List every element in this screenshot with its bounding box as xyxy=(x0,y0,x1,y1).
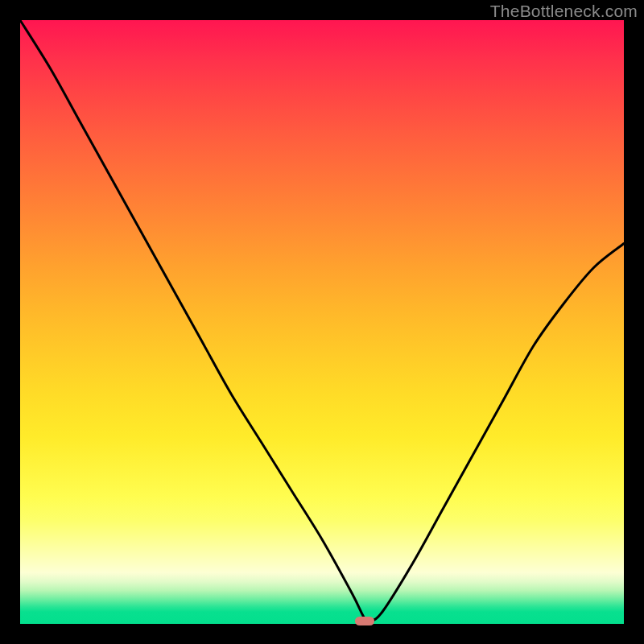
bottleneck-curve xyxy=(20,20,624,621)
chart-frame: TheBottleneck.com xyxy=(0,0,644,644)
curve-svg xyxy=(20,20,624,624)
watermark-text: TheBottleneck.com xyxy=(490,2,638,21)
minimum-marker xyxy=(355,617,374,625)
plot-area xyxy=(20,20,624,624)
